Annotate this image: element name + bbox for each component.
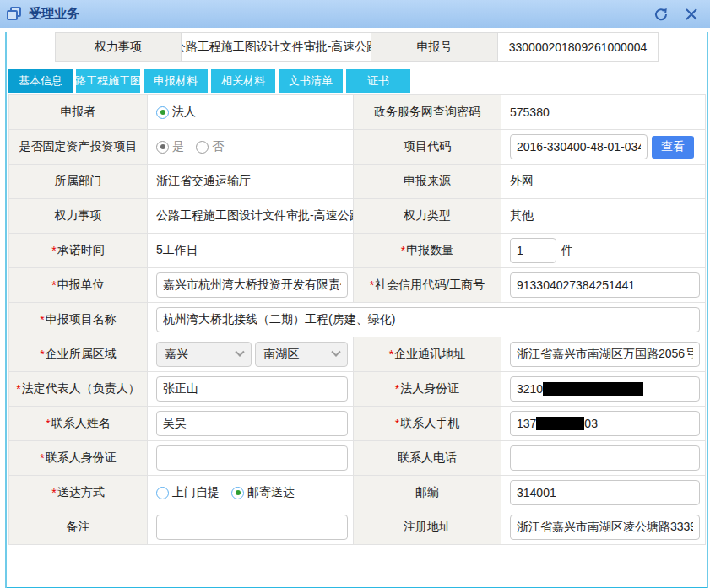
radio-legal-person[interactable] <box>156 106 169 119</box>
field-label-legal-person: *法定代表人（负责人） <box>9 372 148 407</box>
field-promise-time: 5工作日 <box>148 234 354 268</box>
field-label-contact-id: *联系人身份证 <box>9 441 148 476</box>
field-label-department: 所属部门 <box>9 165 148 199</box>
header-power-item-value: 公路工程施工图设计文件审批-高速公路 <box>182 32 371 62</box>
field-contact-id <box>148 441 354 476</box>
quantity-unit: 件 <box>561 243 573 258</box>
field-label-reg-address: 注册地址 <box>354 510 501 545</box>
field-label-apply-source: 申报来源 <box>354 165 501 199</box>
header-apply-no-value: 330000201809261000004 <box>498 32 659 62</box>
field-label-legal-id: *法人身份证 <box>354 372 501 407</box>
chevron-down-icon <box>236 348 245 357</box>
field-label-region: *企业所属区域 <box>9 337 148 372</box>
tab-bar: 基本信息 公路工程施工图设 申报材料 相关材料 文书清单 证书 <box>8 69 707 93</box>
field-label-project-code: 项目代码 <box>354 130 501 165</box>
tab-related-materials[interactable]: 相关材料 <box>211 69 275 93</box>
address-input[interactable] <box>510 342 700 367</box>
field-contact-phone <box>501 441 706 476</box>
field-label-power-item: 权力事项 <box>9 199 148 234</box>
refresh-icon[interactable] <box>653 6 669 23</box>
remark-input[interactable] <box>156 515 348 540</box>
field-quantity: 件 <box>501 234 706 268</box>
legal-person-input[interactable] <box>156 376 348 402</box>
project-name-input[interactable] <box>156 307 700 332</box>
field-label-quantity: *申报数量 <box>354 234 501 268</box>
reg-address-input[interactable] <box>510 515 700 540</box>
field-remark <box>148 510 354 545</box>
field-label-project-name: *申报项目名称 <box>9 303 148 337</box>
postcode-input[interactable] <box>510 480 700 505</box>
field-legal-person <box>148 372 354 407</box>
field-label-postcode: 邮编 <box>354 476 501 510</box>
field-company <box>148 268 354 303</box>
field-legal-id: 3210 <box>501 372 706 407</box>
form-table: 申报者 法人 政务服务网查询密码 575380 是否固定资产投资项目 是 否 项… <box>8 94 706 545</box>
contact-id-input[interactable] <box>156 445 348 471</box>
field-label-declarant: 申报者 <box>9 95 148 130</box>
radio-fixed-asset-yes[interactable] <box>156 141 169 154</box>
window-icon <box>7 7 22 22</box>
field-label-credit-code: *社会信用代码/工商号 <box>354 268 501 303</box>
radio-fixed-asset-no[interactable] <box>196 141 209 154</box>
field-postcode <box>501 476 706 510</box>
field-region: 嘉兴 南湖区 <box>148 337 354 372</box>
field-label-remark: 备注 <box>9 510 148 545</box>
company-input[interactable] <box>156 272 348 298</box>
field-declarant: 法人 <box>148 95 354 130</box>
header-bar: 权力事项 公路工程施工图设计文件审批-高速公路 申报号 330000201809… <box>55 32 707 62</box>
field-project-name <box>148 303 706 337</box>
radio-legal-person-label: 法人 <box>172 105 196 120</box>
contact-name-input[interactable] <box>156 411 348 436</box>
field-label-contact-mobile: *联系人手机 <box>354 407 501 441</box>
window-title: 受理业务 <box>29 6 79 22</box>
field-label-fixed-asset: 是否固定资产投资项目 <box>9 130 148 165</box>
field-label-company: *申报单位 <box>9 268 148 303</box>
field-label-gov-password: 政务服务网查询密码 <box>354 95 501 130</box>
tab-document-list[interactable]: 文书清单 <box>279 69 343 93</box>
content-frame: 权力事项 公路工程施工图设计文件审批-高速公路 申报号 330000201809… <box>5 32 708 588</box>
field-contact-name <box>148 407 354 441</box>
field-power-type: 其他 <box>501 199 706 234</box>
tab-certificate[interactable]: 证书 <box>346 69 410 93</box>
contact-mobile-input[interactable]: 13703 <box>510 411 700 436</box>
header-apply-no-label: 申报号 <box>371 32 498 62</box>
credit-code-input[interactable] <box>510 272 700 298</box>
field-project-code: 查看 <box>501 130 706 165</box>
gov-password-value: 575380 <box>510 105 550 119</box>
close-icon[interactable] <box>683 6 700 23</box>
field-address <box>501 337 706 372</box>
field-label-promise-time: *承诺时间 <box>9 234 148 268</box>
field-department: 浙江省交通运输厅 <box>148 165 354 199</box>
titlebar: 受理业务 <box>0 0 710 28</box>
field-label-contact-name: *联系人姓名 <box>9 407 148 441</box>
field-label-delivery: *送达方式 <box>9 476 148 510</box>
city-select[interactable]: 嘉兴 <box>156 342 252 367</box>
field-power-item: 公路工程施工图设计文件审批-高速公路 <box>148 199 354 234</box>
field-credit-code <box>501 268 706 303</box>
field-apply-source: 外网 <box>501 165 706 199</box>
legal-id-input[interactable]: 3210 <box>510 376 700 402</box>
project-code-input[interactable] <box>510 134 648 159</box>
view-button[interactable]: 查看 <box>652 136 694 159</box>
district-select[interactable]: 南湖区 <box>255 342 348 367</box>
quantity-input[interactable] <box>510 238 556 263</box>
field-label-power-type: 权力类型 <box>354 199 501 234</box>
field-label-address: *企业通讯地址 <box>354 337 501 372</box>
chevron-down-icon <box>331 348 340 357</box>
tab-basic-info[interactable]: 基本信息 <box>8 69 73 93</box>
field-label-contact-phone: 联系人电话 <box>354 441 501 476</box>
tab-application-materials[interactable]: 申报材料 <box>144 69 208 93</box>
field-fixed-asset: 是 否 <box>148 130 354 165</box>
contact-phone-input[interactable] <box>510 445 700 471</box>
field-reg-address <box>501 510 706 545</box>
radio-self-pickup[interactable] <box>156 487 169 499</box>
redaction-bar <box>536 417 584 430</box>
redaction-bar <box>543 382 643 396</box>
field-delivery: 上门自提 邮寄送达 <box>148 476 354 510</box>
field-contact-mobile: 13703 <box>501 407 706 441</box>
header-power-item-label: 权力事项 <box>55 32 182 62</box>
tab-highway-construction-drawing[interactable]: 公路工程施工图设 <box>76 69 140 93</box>
field-gov-password: 575380 <box>501 95 706 130</box>
radio-mail-delivery[interactable] <box>231 487 244 499</box>
